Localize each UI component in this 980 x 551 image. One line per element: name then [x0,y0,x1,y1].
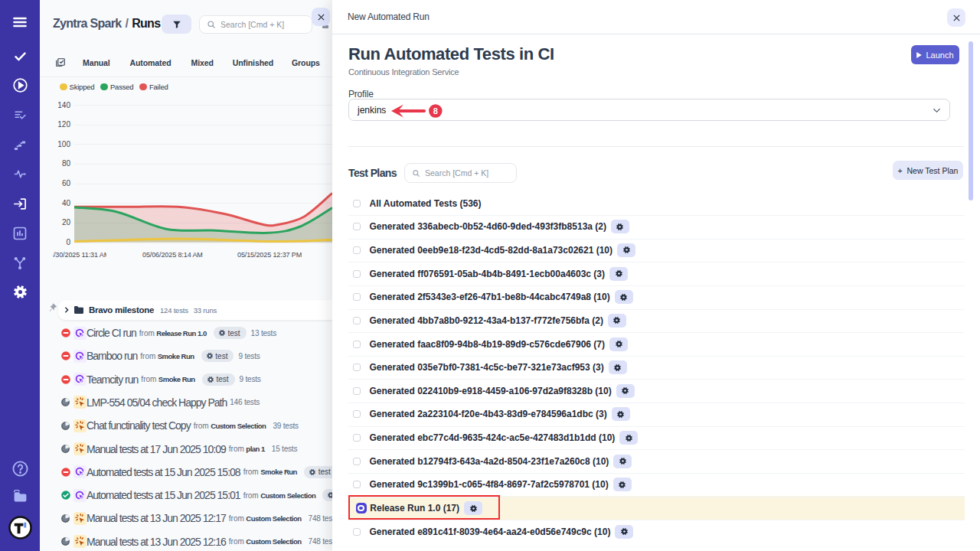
svg-text:8: 8 [433,106,438,116]
